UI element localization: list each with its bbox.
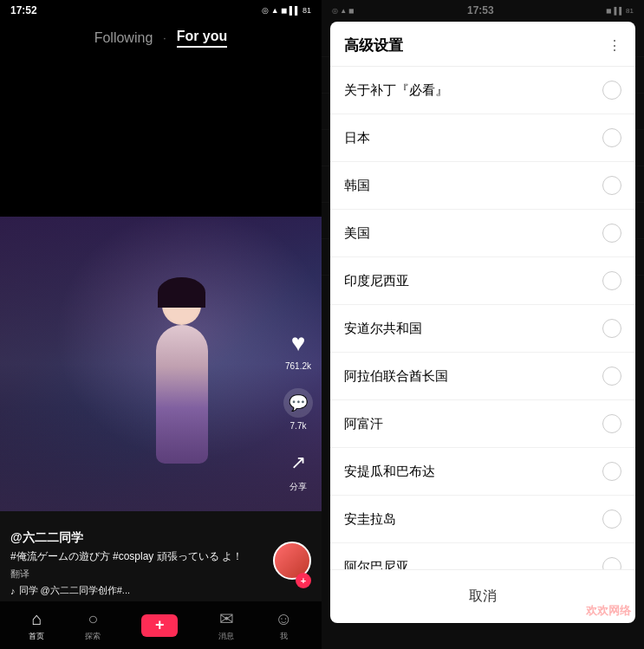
content-area: @六二二同学 #俺流ゲームの遊び方 #cosplay 頑張っている よ！ 翻译 … xyxy=(10,530,274,597)
bottom-nav: ⌂ 首页 ○ 探索 + ✉ 消息 ☺ 我 xyxy=(0,601,322,649)
item-label: 关于补丁『必看』 xyxy=(344,82,602,99)
signal-icon: ◎ ▲ ◼ ▌▌ 81 xyxy=(262,6,311,15)
cancel-button[interactable]: 取消 xyxy=(434,581,531,613)
left-panel: 17:52 ◎ ▲ ◼ ▌▌ 81 Following · For you xyxy=(0,0,322,649)
tab-for-you[interactable]: For you xyxy=(177,29,228,48)
like-count: 761.2k xyxy=(285,361,311,371)
share-icon: ↗ xyxy=(290,451,306,474)
radio-inner xyxy=(608,372,616,380)
item-label: 美国 xyxy=(344,225,602,242)
settings-item-antigua[interactable]: 安提瓜和巴布达 xyxy=(330,448,635,496)
more-options-icon[interactable]: ⋮ xyxy=(608,37,621,54)
like-button[interactable]: ♥ 761.2k xyxy=(282,327,315,371)
home-icon: ⌂ xyxy=(31,609,42,629)
settings-item-andorra[interactable]: 安道尔共和国 xyxy=(330,305,635,353)
comment-icon: 💬 xyxy=(283,388,313,418)
radio-button[interactable] xyxy=(602,509,621,529)
explore-label: 探索 xyxy=(85,631,101,642)
explore-icon: ○ xyxy=(88,609,98,629)
radio-button[interactable] xyxy=(602,462,621,481)
radio-button[interactable] xyxy=(602,176,621,195)
nav-inbox[interactable]: ✉ 消息 xyxy=(218,608,234,642)
settings-modal: 高级设置 ⋮ 关于补丁『必看』 日本 韩国 xyxy=(330,22,635,623)
item-label: 日本 xyxy=(344,130,602,146)
nav-home[interactable]: ⌂ 首页 xyxy=(29,609,44,642)
figure-hair xyxy=(158,277,205,308)
home-label: 首页 xyxy=(29,631,44,642)
profile-icon: ☺ xyxy=(275,609,292,629)
item-label: 安提瓜和巴布达 xyxy=(344,464,602,480)
radio-button[interactable] xyxy=(602,367,621,386)
nav-dot: · xyxy=(163,32,166,44)
follow-plus-button[interactable]: + xyxy=(296,573,311,588)
left-status-bar: 17:52 ◎ ▲ ◼ ▌▌ 81 xyxy=(0,0,322,21)
radio-button[interactable] xyxy=(602,414,621,433)
radio-inner xyxy=(608,133,616,142)
nav-tabs: Following · For you xyxy=(0,21,322,55)
radio-inner xyxy=(608,467,616,476)
heart-icon: ♥ xyxy=(291,329,306,357)
radio-button[interactable] xyxy=(602,224,621,243)
settings-item-afghanistan[interactable]: 阿富汗 xyxy=(330,400,635,448)
music-text: 同学 @六二二同学创作#... xyxy=(19,584,131,597)
crowd-background xyxy=(0,407,322,511)
comment-button[interactable]: 💬 7.7k xyxy=(282,386,315,431)
item-label: 安圭拉岛 xyxy=(344,511,602,528)
radio-inner xyxy=(608,181,616,190)
settings-item-usa[interactable]: 美国 xyxy=(330,210,635,257)
item-label: 安道尔共和国 xyxy=(344,321,602,337)
settings-item-uae[interactable]: 阿拉伯联合酋长国 xyxy=(330,353,635,400)
radio-button[interactable] xyxy=(602,557,621,569)
video-frame xyxy=(0,217,322,511)
settings-item-korea[interactable]: 韩国 xyxy=(330,162,635,210)
item-label: 印度尼西亚 xyxy=(344,273,602,289)
add-icon: + xyxy=(155,616,165,634)
create-button[interactable]: + xyxy=(141,614,178,637)
settings-item-anguilla[interactable]: 安圭拉岛 xyxy=(330,496,635,543)
creator-username: @六二二同学 xyxy=(10,530,274,546)
modal-header: 高级设置 ⋮ xyxy=(330,22,635,67)
item-label: 阿拉伯联合酋长国 xyxy=(344,368,602,385)
radio-inner xyxy=(608,86,616,94)
translate-button[interactable]: 翻译 xyxy=(10,568,274,581)
radio-button[interactable] xyxy=(602,271,621,290)
settings-item-patch[interactable]: 关于补丁『必看』 xyxy=(330,67,635,114)
radio-button[interactable] xyxy=(602,319,621,338)
radio-inner xyxy=(608,515,616,523)
radio-button[interactable] xyxy=(602,128,621,147)
figure-head xyxy=(162,286,201,325)
music-note-icon: ♪ xyxy=(10,586,16,596)
settings-list: 关于补丁『必看』 日本 韩国 美国 xyxy=(330,67,635,569)
settings-item-japan[interactable]: 日本 xyxy=(330,114,635,162)
modal-title: 高级设置 xyxy=(344,36,403,55)
right-panel: ◎ ▲ ◼ 17:53 ◼ ▌▌ 81 年 ... ✕ 7ms 年 150 ✕ … xyxy=(322,0,644,649)
profile-label: 我 xyxy=(280,631,288,642)
comment-count: 7.7k xyxy=(290,421,307,431)
radio-inner xyxy=(608,276,616,285)
item-label: 阿富汗 xyxy=(344,416,602,432)
inbox-icon: ✉ xyxy=(219,608,234,629)
video-description: #俺流ゲームの遊び方 #cosplay 頑張っている よ！ xyxy=(10,549,274,564)
share-button[interactable]: ↗ 分享 xyxy=(282,446,315,493)
nav-profile[interactable]: ☺ 我 xyxy=(275,609,292,642)
settings-item-indonesia[interactable]: 印度尼西亚 xyxy=(330,257,635,305)
settings-item-albania[interactable]: 阿尔巴尼亚 xyxy=(330,543,635,569)
nav-explore[interactable]: ○ 探索 xyxy=(85,609,101,642)
watermark: 欢欢网络 xyxy=(586,603,631,619)
music-info: ♪ 同学 @六二二同学创作#... xyxy=(10,584,274,597)
radio-button[interactable] xyxy=(602,81,621,100)
item-label: 阿尔巴尼亚 xyxy=(344,559,602,570)
action-buttons: ♥ 761.2k 💬 7.7k ↗ 分享 xyxy=(282,327,315,493)
share-label: 分享 xyxy=(289,481,307,493)
radio-inner xyxy=(608,562,616,569)
radio-inner xyxy=(608,419,616,428)
radio-inner xyxy=(608,324,616,333)
video-scene xyxy=(0,217,322,511)
radio-inner xyxy=(608,229,616,237)
tab-following[interactable]: Following xyxy=(94,30,153,46)
left-status-icons: ◎ ▲ ◼ ▌▌ 81 xyxy=(262,6,311,15)
inbox-label: 消息 xyxy=(218,631,234,642)
left-time: 17:52 xyxy=(10,4,37,16)
item-label: 韩国 xyxy=(344,178,602,194)
